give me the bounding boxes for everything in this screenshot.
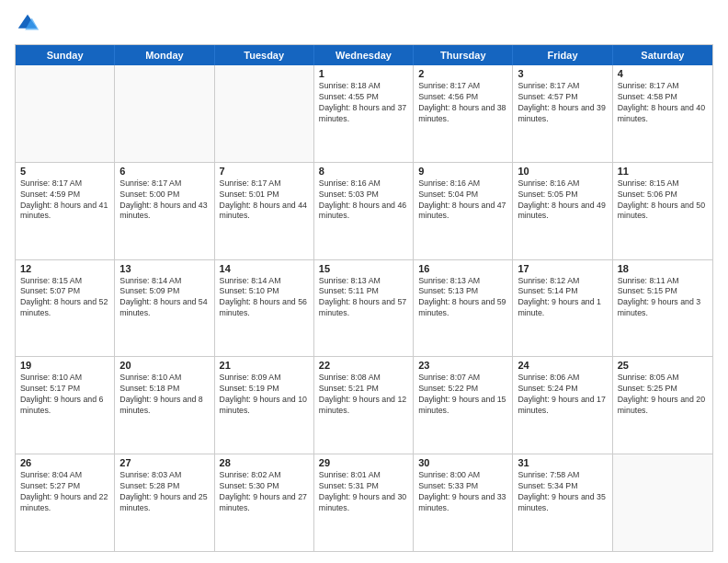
header-day-thursday: Thursday <box>414 45 513 65</box>
day-info: Sunrise: 8:04 AM Sunset: 5:27 PM Dayligh… <box>20 470 109 514</box>
day-number: 13 <box>119 263 209 274</box>
day-cell-12: 12Sunrise: 8:15 AM Sunset: 5:07 PM Dayli… <box>16 260 115 357</box>
day-number: 30 <box>418 457 507 468</box>
day-info: Sunrise: 8:17 AM Sunset: 5:00 PM Dayligh… <box>119 178 209 223</box>
day-number: 15 <box>319 263 408 274</box>
day-info: Sunrise: 8:11 AM Sunset: 5:15 PM Dayligh… <box>618 276 708 320</box>
day-cell-4: 4Sunrise: 8:17 AM Sunset: 4:58 PM Daylig… <box>613 65 712 162</box>
calendar-header: SundayMondayTuesdayWednesdayThursdayFrid… <box>16 45 712 65</box>
day-info: Sunrise: 8:14 AM Sunset: 5:09 PM Dayligh… <box>119 276 209 320</box>
empty-cell <box>613 454 712 551</box>
day-info: Sunrise: 8:12 AM Sunset: 5:14 PM Dayligh… <box>518 276 607 320</box>
empty-cell <box>215 65 314 162</box>
day-info: Sunrise: 8:07 AM Sunset: 5:22 PM Dayligh… <box>418 373 507 417</box>
day-info: Sunrise: 7:58 AM Sunset: 5:34 PM Dayligh… <box>518 470 607 514</box>
day-cell-22: 22Sunrise: 8:08 AM Sunset: 5:21 PM Dayli… <box>314 357 414 454</box>
day-number: 3 <box>518 68 607 79</box>
day-info: Sunrise: 8:01 AM Sunset: 5:31 PM Dayligh… <box>319 470 408 514</box>
day-number: 29 <box>319 457 408 468</box>
day-number: 24 <box>518 360 607 371</box>
logo-icon <box>15 11 40 37</box>
header-day-wednesday: Wednesday <box>314 45 414 65</box>
day-cell-18: 18Sunrise: 8:11 AM Sunset: 5:15 PM Dayli… <box>613 260 712 357</box>
day-info: Sunrise: 8:16 AM Sunset: 5:03 PM Dayligh… <box>319 178 408 223</box>
empty-cell <box>115 65 214 162</box>
calendar-body: 1Sunrise: 8:18 AM Sunset: 4:55 PM Daylig… <box>16 65 712 551</box>
day-number: 22 <box>319 360 408 371</box>
day-info: Sunrise: 8:17 AM Sunset: 4:58 PM Dayligh… <box>618 81 708 125</box>
day-cell-15: 15Sunrise: 8:13 AM Sunset: 5:11 PM Dayli… <box>314 260 414 357</box>
day-cell-14: 14Sunrise: 8:14 AM Sunset: 5:10 PM Dayli… <box>215 260 314 357</box>
day-cell-19: 19Sunrise: 8:10 AM Sunset: 5:17 PM Dayli… <box>16 357 115 454</box>
day-info: Sunrise: 8:17 AM Sunset: 4:57 PM Dayligh… <box>518 81 607 125</box>
page: SundayMondayTuesdayWednesdayThursdayFrid… <box>0 0 728 563</box>
header-day-monday: Monday <box>115 45 214 65</box>
day-cell-10: 10Sunrise: 8:16 AM Sunset: 5:05 PM Dayli… <box>513 163 612 259</box>
day-info: Sunrise: 8:13 AM Sunset: 5:11 PM Dayligh… <box>319 276 408 320</box>
calendar-row-2: 5Sunrise: 8:17 AM Sunset: 4:59 PM Daylig… <box>16 162 712 259</box>
day-info: Sunrise: 8:15 AM Sunset: 5:06 PM Dayligh… <box>618 178 708 223</box>
day-cell-27: 27Sunrise: 8:03 AM Sunset: 5:28 PM Dayli… <box>115 454 214 551</box>
header <box>15 11 713 37</box>
day-cell-9: 9Sunrise: 8:16 AM Sunset: 5:04 PM Daylig… <box>414 163 513 259</box>
day-number: 20 <box>119 360 209 371</box>
day-info: Sunrise: 8:08 AM Sunset: 5:21 PM Dayligh… <box>319 373 408 417</box>
day-number: 10 <box>518 166 607 177</box>
day-info: Sunrise: 8:00 AM Sunset: 5:33 PM Dayligh… <box>418 470 507 514</box>
day-number: 17 <box>518 263 607 274</box>
day-cell-28: 28Sunrise: 8:02 AM Sunset: 5:30 PM Dayli… <box>215 454 314 551</box>
day-cell-29: 29Sunrise: 8:01 AM Sunset: 5:31 PM Dayli… <box>314 454 414 551</box>
day-number: 4 <box>618 68 708 79</box>
day-number: 12 <box>20 263 109 274</box>
day-info: Sunrise: 8:13 AM Sunset: 5:13 PM Dayligh… <box>418 276 507 320</box>
day-info: Sunrise: 8:17 AM Sunset: 4:59 PM Dayligh… <box>20 178 109 223</box>
day-cell-23: 23Sunrise: 8:07 AM Sunset: 5:22 PM Dayli… <box>414 357 513 454</box>
day-info: Sunrise: 8:17 AM Sunset: 4:56 PM Dayligh… <box>418 81 507 125</box>
header-day-tuesday: Tuesday <box>215 45 314 65</box>
day-number: 31 <box>518 457 607 468</box>
day-info: Sunrise: 8:05 AM Sunset: 5:25 PM Dayligh… <box>618 373 708 417</box>
day-cell-8: 8Sunrise: 8:16 AM Sunset: 5:03 PM Daylig… <box>314 163 414 259</box>
day-number: 26 <box>20 457 109 468</box>
header-day-saturday: Saturday <box>613 45 712 65</box>
day-cell-20: 20Sunrise: 8:10 AM Sunset: 5:18 PM Dayli… <box>115 357 214 454</box>
day-cell-3: 3Sunrise: 8:17 AM Sunset: 4:57 PM Daylig… <box>513 65 612 162</box>
calendar-row-1: 1Sunrise: 8:18 AM Sunset: 4:55 PM Daylig… <box>16 65 712 162</box>
day-info: Sunrise: 8:18 AM Sunset: 4:55 PM Dayligh… <box>319 81 408 125</box>
day-number: 9 <box>418 166 507 177</box>
day-info: Sunrise: 8:03 AM Sunset: 5:28 PM Dayligh… <box>119 470 209 514</box>
day-number: 28 <box>220 457 309 468</box>
day-cell-1: 1Sunrise: 8:18 AM Sunset: 4:55 PM Daylig… <box>314 65 414 162</box>
day-number: 5 <box>20 166 109 177</box>
day-cell-31: 31Sunrise: 7:58 AM Sunset: 5:34 PM Dayli… <box>513 454 612 551</box>
day-number: 1 <box>319 68 408 79</box>
header-day-sunday: Sunday <box>16 45 115 65</box>
day-number: 25 <box>618 360 708 371</box>
day-cell-25: 25Sunrise: 8:05 AM Sunset: 5:25 PM Dayli… <box>613 357 712 454</box>
day-info: Sunrise: 8:14 AM Sunset: 5:10 PM Dayligh… <box>220 276 309 320</box>
day-cell-11: 11Sunrise: 8:15 AM Sunset: 5:06 PM Dayli… <box>613 163 712 259</box>
day-cell-26: 26Sunrise: 8:04 AM Sunset: 5:27 PM Dayli… <box>16 454 115 551</box>
day-info: Sunrise: 8:16 AM Sunset: 5:04 PM Dayligh… <box>418 178 507 223</box>
day-cell-16: 16Sunrise: 8:13 AM Sunset: 5:13 PM Dayli… <box>414 260 513 357</box>
calendar-row-5: 26Sunrise: 8:04 AM Sunset: 5:27 PM Dayli… <box>16 454 712 551</box>
day-number: 11 <box>618 166 708 177</box>
day-cell-17: 17Sunrise: 8:12 AM Sunset: 5:14 PM Dayli… <box>513 260 612 357</box>
day-info: Sunrise: 8:09 AM Sunset: 5:19 PM Dayligh… <box>220 373 309 417</box>
empty-cell <box>16 65 115 162</box>
day-number: 8 <box>319 166 408 177</box>
day-info: Sunrise: 8:10 AM Sunset: 5:17 PM Dayligh… <box>20 373 109 417</box>
day-cell-6: 6Sunrise: 8:17 AM Sunset: 5:00 PM Daylig… <box>115 163 214 259</box>
day-number: 7 <box>220 166 309 177</box>
logo <box>15 11 44 37</box>
calendar-row-4: 19Sunrise: 8:10 AM Sunset: 5:17 PM Dayli… <box>16 356 712 454</box>
day-cell-21: 21Sunrise: 8:09 AM Sunset: 5:19 PM Dayli… <box>215 357 314 454</box>
day-cell-7: 7Sunrise: 8:17 AM Sunset: 5:01 PM Daylig… <box>215 163 314 259</box>
day-number: 21 <box>220 360 309 371</box>
day-number: 16 <box>418 263 507 274</box>
day-info: Sunrise: 8:17 AM Sunset: 5:01 PM Dayligh… <box>220 178 309 223</box>
day-info: Sunrise: 8:15 AM Sunset: 5:07 PM Dayligh… <box>20 276 109 320</box>
day-info: Sunrise: 8:10 AM Sunset: 5:18 PM Dayligh… <box>119 373 209 417</box>
day-number: 18 <box>618 263 708 274</box>
day-cell-13: 13Sunrise: 8:14 AM Sunset: 5:09 PM Dayli… <box>115 260 214 357</box>
